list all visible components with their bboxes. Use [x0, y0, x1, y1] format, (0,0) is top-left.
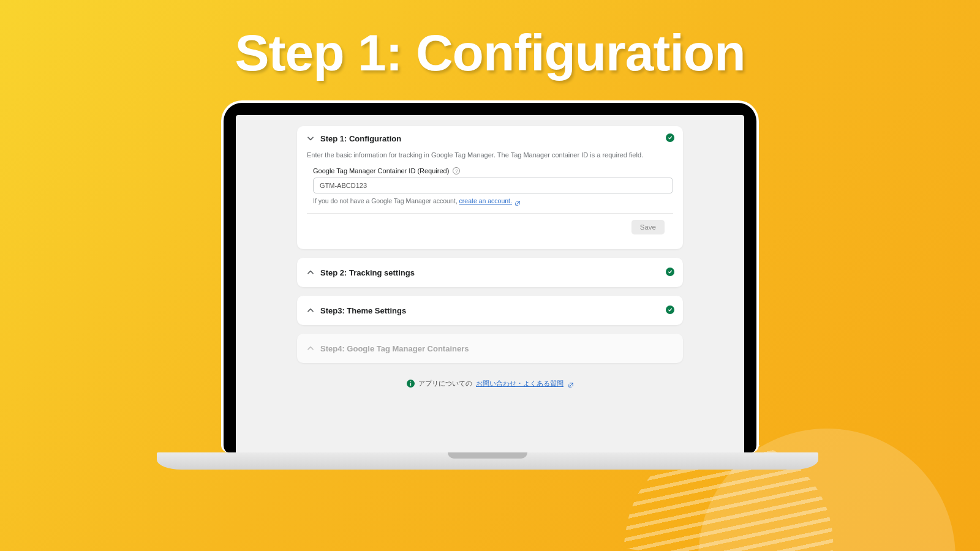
laptop-screen: Step 1: Configuration Enter the basic in…	[221, 100, 759, 452]
step3-title: Step3: Theme Settings	[320, 306, 406, 315]
step2-card: Step 2: Tracking settings	[297, 258, 683, 287]
laptop-notch	[448, 452, 527, 459]
step1-card: Step 1: Configuration Enter the basic in…	[297, 126, 683, 249]
footer-link-row: i アプリについてのお問い合わせ・よくある質問	[297, 379, 683, 388]
step2-title: Step 2: Tracking settings	[320, 268, 415, 277]
chevron-up-icon	[306, 343, 315, 353]
step3-header[interactable]: Step3: Theme Settings	[297, 296, 683, 325]
external-link-icon	[568, 381, 573, 386]
step4-card: Step4: Google Tag Manager Containers	[297, 334, 683, 363]
step2-header[interactable]: Step 2: Tracking settings	[297, 258, 683, 287]
save-button[interactable]: Save	[631, 220, 665, 234]
step1-header[interactable]: Step 1: Configuration	[297, 126, 683, 151]
check-icon	[666, 133, 674, 142]
gtm-id-input[interactable]	[313, 178, 673, 193]
footer-help-link[interactable]: お問い合わせ・よくある質問	[476, 379, 564, 388]
step3-card: Step3: Theme Settings	[297, 296, 683, 325]
step1-footer: Save	[307, 213, 673, 241]
create-account-link[interactable]: create an account.	[459, 197, 512, 204]
info-icon: i	[407, 380, 415, 388]
step1-title: Step 1: Configuration	[320, 134, 401, 143]
hero-title: Step 1: Configuration	[0, 0, 980, 83]
step1-description: Enter the basic information for tracking…	[307, 151, 673, 160]
chevron-up-icon	[306, 305, 315, 315]
help-icon[interactable]: ?	[453, 167, 460, 174]
check-icon	[666, 268, 674, 276]
chevron-down-icon	[306, 133, 315, 143]
app-viewport: Step 1: Configuration Enter the basic in…	[236, 115, 744, 452]
footer-prefix: アプリについての	[418, 379, 472, 388]
laptop-mockup: Step 1: Configuration Enter the basic in…	[221, 100, 759, 470]
external-link-icon	[515, 200, 520, 204]
helper-prefix: If you do not have a Google Tag Manager …	[313, 197, 459, 204]
step4-title: Step4: Google Tag Manager Containers	[320, 344, 469, 353]
check-icon	[666, 305, 674, 314]
gtm-helper-text: If you do not have a Google Tag Manager …	[313, 197, 673, 204]
chevron-up-icon	[306, 268, 315, 277]
step4-header: Step4: Google Tag Manager Containers	[297, 334, 683, 363]
gtm-id-label: Google Tag Manager Container ID (Require…	[313, 167, 449, 174]
laptop-base	[157, 452, 818, 470]
